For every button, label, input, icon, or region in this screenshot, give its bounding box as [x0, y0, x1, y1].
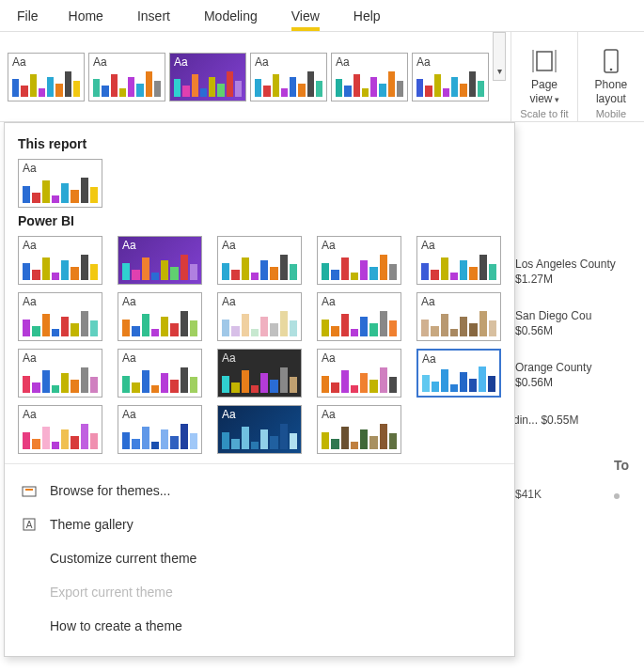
theme-thumb-label: Aa — [222, 408, 236, 421]
blank-icon — [20, 583, 39, 601]
theme-thumbnail[interactable]: Aa — [317, 349, 401, 398]
section-powerbi: Power BI — [18, 213, 501, 228]
theme-thumb-label: Aa — [336, 55, 350, 69]
theme-dropdown-toggle[interactable]: ▾ — [493, 32, 506, 81]
theme-thumbnail[interactable]: Aa — [18, 349, 102, 398]
blank-icon — [20, 549, 39, 568]
theme-thumb-label: Aa — [122, 351, 136, 365]
right-pane-stub: To — [606, 446, 644, 653]
theme-thumb-label: Aa — [322, 351, 336, 365]
theme-thumbnail[interactable]: Aa — [317, 405, 401, 454]
theme-thumb-label: Aa — [23, 351, 37, 365]
chevron-down-icon: ▾ — [555, 95, 559, 104]
customize-label: Customize current theme — [50, 551, 196, 566]
menu-help[interactable]: Help — [337, 0, 398, 31]
phone-label1: Phone — [595, 78, 628, 91]
blank-icon — [20, 616, 39, 635]
theme-thumbnail[interactable]: Aa — [416, 236, 501, 285]
menu-bar: File Home Insert Modeling View Help — [0, 0, 644, 32]
pie-la-name: Los Angeles County — [515, 257, 616, 271]
page-view-icon — [531, 48, 558, 74]
theme-thumb-label: Aa — [416, 55, 431, 69]
theme-thumb-label: Aa — [122, 239, 136, 252]
page-view-label1: Page — [531, 78, 558, 91]
theme-thumbnail[interactable]: Aa — [118, 405, 202, 454]
theme-thumb-label: Aa — [422, 352, 436, 366]
theme-thumbnail[interactable]: Aa — [118, 349, 202, 398]
svg-rect-5 — [23, 487, 36, 496]
theme-thumbnail[interactable]: Aa — [317, 236, 401, 285]
gallery-icon: A — [20, 515, 39, 534]
theme-thumbnail[interactable]: Aa — [217, 236, 302, 285]
svg-rect-0 — [537, 52, 552, 70]
menu-home[interactable]: Home — [52, 0, 120, 31]
phone-caption: Mobile — [596, 108, 626, 119]
theme-gallery-link[interactable]: A Theme gallery — [18, 507, 501, 541]
browse-label: Browse for themes... — [50, 483, 170, 498]
svg-point-4 — [610, 69, 613, 71]
theme-thumbnail[interactable]: Aa — [88, 53, 165, 101]
theme-thumb-label: Aa — [23, 239, 37, 252]
right-pane-heading: To — [614, 458, 629, 473]
theme-thumbnail[interactable]: Aa — [18, 292, 102, 341]
theme-thumbnail[interactable]: Aa — [18, 236, 102, 285]
theme-thumbnail[interactable]: Aa — [250, 53, 327, 101]
theme-thumbnail[interactable]: Aa — [416, 349, 501, 398]
howto-label: How to create a theme — [50, 618, 182, 633]
theme-gallery-row: AaAaAaAaAaAa — [0, 32, 493, 121]
theme-thumbnail[interactable]: Aa — [217, 292, 302, 341]
theme-thumb-label: Aa — [222, 295, 236, 308]
page-view-caption: Scale to fit — [520, 108, 568, 119]
pie-sd-val: $0.56M — [515, 324, 553, 337]
legend-v1: $41K — [515, 488, 542, 501]
theme-thumbnail[interactable]: Aa — [416, 292, 501, 341]
theme-thumbnail[interactable]: Aa — [118, 236, 202, 285]
gallery-label: Theme gallery — [50, 517, 134, 532]
theme-thumb-label: Aa — [322, 408, 336, 421]
export-theme: Export current theme — [18, 575, 501, 609]
theme-thumb-label: Aa — [322, 239, 336, 252]
theme-thumb-label: Aa — [12, 55, 26, 69]
phone-layout-button[interactable]: Phonelayout Mobile — [578, 32, 644, 121]
theme-thumb-label: Aa — [174, 55, 188, 69]
browse-themes[interactable]: Browse for themes... — [18, 474, 501, 507]
theme-thumbnail[interactable]: Aa — [169, 53, 246, 101]
pie-oc-val: $0.56M — [515, 376, 553, 389]
folder-icon — [20, 481, 39, 500]
theme-thumb-label: Aa — [122, 295, 136, 308]
menu-modeling[interactable]: Modeling — [187, 0, 275, 31]
menu-view[interactable]: View — [275, 0, 337, 31]
theme-thumb-label: Aa — [23, 295, 37, 308]
page-view-label2: view — [529, 92, 552, 105]
svg-text:A: A — [26, 520, 33, 530]
separator — [5, 463, 514, 464]
theme-thumbnail[interactable]: Aa — [331, 53, 408, 101]
theme-thumbnail[interactable]: Aa — [217, 405, 302, 454]
theme-thumb-label: Aa — [255, 55, 269, 69]
theme-thumbnail[interactable]: Aa — [412, 53, 489, 101]
theme-thumbnail[interactable]: Aa — [217, 349, 302, 398]
page-view-button[interactable]: Pageview▾ Scale to fit — [511, 32, 577, 121]
customize-theme[interactable]: Customize current theme — [18, 541, 501, 575]
theme-thumbnail[interactable]: Aa — [317, 292, 401, 341]
pie-oc-name: Orange County — [515, 361, 591, 374]
theme-thumb-label: Aa — [222, 351, 236, 365]
howto-theme[interactable]: How to create a theme — [18, 609, 501, 643]
theme-thumbnail[interactable]: Aa — [8, 53, 85, 101]
theme-thumb-label: Aa — [23, 408, 37, 421]
export-label: Export current theme — [50, 585, 173, 600]
pie-la-val: $1.27M — [515, 273, 553, 286]
theme-thumb-label: Aa — [322, 295, 336, 308]
theme-dropdown-panel: This report Aa Power BI AaAaAaAaAaAaAaAa… — [4, 122, 515, 657]
pie-sd-name: San Diego Cou — [515, 309, 591, 322]
phone-icon — [598, 48, 624, 74]
menu-insert[interactable]: Insert — [120, 0, 187, 31]
theme-thumb-label: Aa — [122, 408, 136, 421]
theme-thumbnail[interactable]: Aa — [18, 405, 102, 454]
theme-thumbnail[interactable]: Aa — [118, 292, 202, 341]
section-this-report: This report — [18, 136, 501, 151]
theme-thumbnail[interactable]: Aa — [18, 159, 102, 208]
theme-thumb-label: Aa — [93, 55, 107, 69]
menu-file[interactable]: File — [4, 0, 52, 31]
ribbon: AaAaAaAaAaAa ▾ Pageview▾ Scale to fit Ph… — [0, 32, 644, 122]
